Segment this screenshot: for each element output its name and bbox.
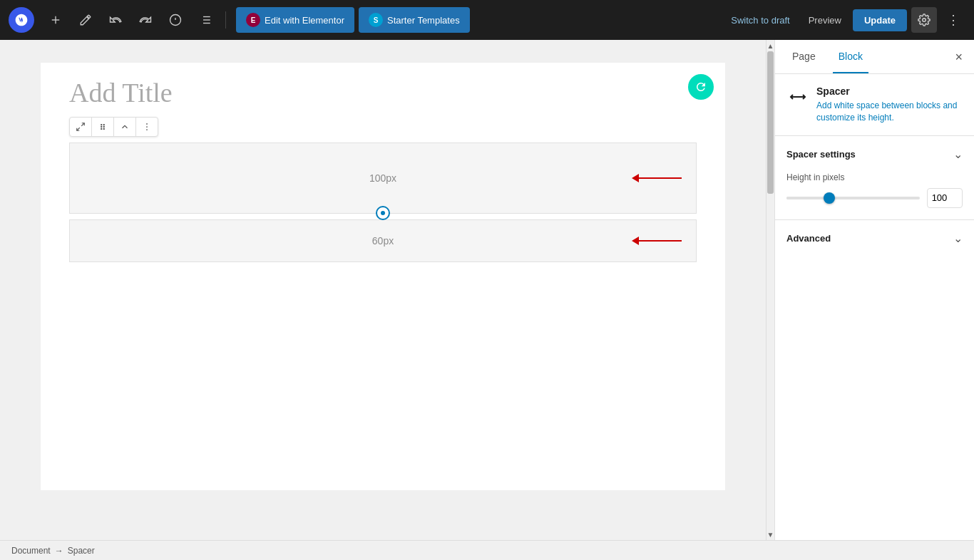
spacer-settings-title: Spacer settings: [786, 149, 856, 160]
list-view-button[interactable]: [193, 7, 218, 33]
svg-line-12: [81, 123, 84, 126]
height-slider-track[interactable]: [786, 197, 920, 199]
svg-point-21: [146, 126, 148, 128]
page-title[interactable]: Add Title: [69, 77, 697, 108]
tab-block[interactable]: Block: [833, 40, 868, 73]
spacer-1-label: 100px: [369, 172, 396, 184]
status-arrow: →: [55, 546, 63, 556]
toolbar-separator: [225, 11, 226, 28]
elementor-icon: E: [246, 13, 260, 27]
block-expand-button[interactable]: [70, 118, 92, 136]
spacer-settings-chevron-up-icon: ⌄: [953, 147, 963, 161]
tab-page[interactable]: Page: [786, 40, 821, 73]
spacer-description: Add white space between blocks and custo…: [816, 100, 963, 124]
right-panel: Page Block × Spacer Add white space betw…: [774, 40, 974, 540]
update-button[interactable]: Update: [853, 9, 907, 31]
redo-button[interactable]: [133, 7, 158, 33]
canvas-inner: Add Title: [41, 63, 725, 490]
scrollbar-down-button[interactable]: ▼: [767, 529, 774, 540]
more-options-button[interactable]: ⋮: [941, 9, 965, 31]
spacer-info: Spacer Add white space between blocks an…: [775, 74, 974, 136]
spacer-settings: Spacer settings ⌄ Height in pixels: [775, 136, 974, 220]
status-bar: Document → Spacer: [0, 540, 974, 560]
svg-point-15: [101, 126, 102, 127]
height-slider-fill: [786, 197, 826, 199]
canvas-area[interactable]: Add Title: [0, 40, 766, 540]
edit-tool-button[interactable]: [73, 7, 98, 33]
svg-point-11: [923, 19, 926, 22]
canvas-scrollbar: ▲ ▼: [766, 40, 774, 540]
scrollbar-up-button[interactable]: ▲: [767, 40, 774, 51]
height-slider-thumb[interactable]: [824, 192, 835, 204]
spacer-1-arrow: [632, 174, 682, 182]
starter-templates-button[interactable]: S Starter Templates: [359, 7, 470, 33]
svg-line-13: [77, 128, 80, 130]
svg-point-14: [101, 125, 102, 125]
wp-logo[interactable]: [9, 7, 34, 33]
advanced-title: Advanced: [786, 233, 831, 244]
spacer-settings-header[interactable]: Spacer settings ⌄: [786, 147, 963, 161]
edit-with-elementor-button[interactable]: E Edit with Elementor: [236, 7, 354, 33]
height-slider-row: [786, 188, 963, 208]
block-move-button[interactable]: [114, 118, 136, 136]
svg-point-22: [146, 129, 148, 130]
settings-button[interactable]: [911, 7, 937, 33]
svg-point-17: [103, 125, 104, 125]
spacer-2-label: 60px: [372, 235, 394, 247]
spacer-1-resize-handle[interactable]: [376, 206, 390, 220]
spacer-block-1[interactable]: 100px: [69, 142, 697, 214]
add-block-button[interactable]: [43, 7, 68, 33]
svg-point-20: [146, 123, 148, 125]
status-spacer[interactable]: Spacer: [68, 546, 95, 556]
height-label: Height in pixels: [786, 172, 963, 182]
advanced-section: Advanced ⌄: [775, 220, 974, 256]
spacer-icon-box: [786, 85, 809, 108]
svg-point-19: [103, 128, 104, 129]
height-input[interactable]: [927, 188, 963, 208]
advanced-header[interactable]: Advanced ⌄: [786, 232, 963, 245]
block-toolbar: [69, 117, 158, 137]
scrollbar-thumb[interactable]: [767, 51, 774, 194]
preview-button[interactable]: Preview: [801, 11, 849, 30]
switch-to-draft-button[interactable]: Switch to draft: [724, 11, 796, 30]
toolbar: E Edit with Elementor S Starter Template…: [0, 0, 974, 40]
undo-button[interactable]: [103, 7, 128, 33]
info-button[interactable]: [163, 7, 188, 33]
spacer-2-arrow: [632, 237, 682, 245]
main-layout: Add Title: [0, 40, 974, 540]
panel-tabs: Page Block ×: [775, 40, 974, 74]
scrollbar-track[interactable]: [767, 51, 774, 529]
spacer-block-2[interactable]: 60px: [69, 219, 697, 262]
block-more-button[interactable]: [136, 118, 158, 136]
spacer-text-box: Spacer Add white space between blocks an…: [816, 85, 963, 124]
status-document[interactable]: Document: [11, 546, 51, 556]
block-drag-button[interactable]: [92, 118, 114, 136]
panel-close-button[interactable]: ×: [955, 51, 963, 63]
refresh-button[interactable]: [688, 74, 714, 100]
spacer-title: Spacer: [816, 85, 963, 97]
advanced-chevron-down-icon: ⌄: [953, 232, 963, 245]
svg-point-16: [101, 128, 102, 129]
starter-templates-icon: S: [369, 13, 383, 27]
svg-point-18: [103, 126, 104, 127]
